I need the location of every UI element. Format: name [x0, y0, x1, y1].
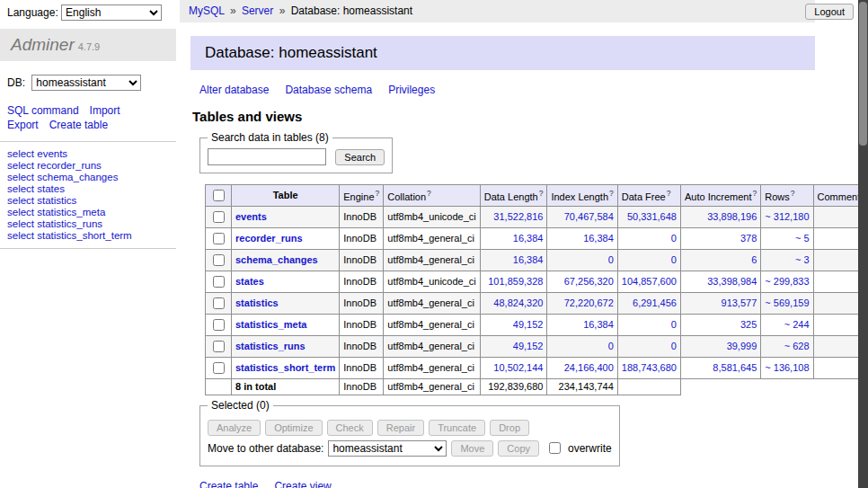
cell-auto_increment: 33,398,984: [680, 271, 760, 293]
help-icon[interactable]: ?: [791, 189, 795, 198]
help-icon[interactable]: ?: [427, 189, 431, 198]
help-icon[interactable]: ?: [539, 189, 544, 198]
cell-data_length: 49,152: [480, 315, 547, 336]
total-data_length: 192,839,680: [480, 379, 547, 395]
optimize-button[interactable]: Optimize: [265, 420, 322, 436]
link-create-table[interactable]: Create table: [199, 480, 258, 488]
tables-table: TableEngine?Collation?Data Length?Index …: [205, 184, 868, 395]
sidebar-table-link[interactable]: select statistics_short_term: [7, 230, 132, 241]
sidebar-link-export[interactable]: Export: [7, 119, 39, 131]
db-select[interactable]: homeassistant: [31, 75, 141, 91]
truncate-button[interactable]: Truncate: [429, 420, 485, 436]
search-input[interactable]: [208, 148, 326, 165]
cell-table: statistics_short_term: [232, 358, 340, 379]
cell-table: states: [232, 271, 340, 293]
create-links: Create tableCreate view: [199, 480, 815, 488]
total-table: 8 in total: [232, 379, 340, 395]
row-check-cell: [206, 315, 232, 336]
select-all-cell: [206, 185, 232, 207]
selected-legend: Selected (0): [208, 399, 273, 412]
table-name-link[interactable]: states: [235, 276, 264, 287]
move-row: Move to other database: homeassistant Mo…: [208, 439, 612, 457]
language-select[interactable]: English: [61, 4, 162, 21]
sidebar-links: SQL commandImportExportCreate table: [7, 103, 169, 132]
breadcrumb: MySQL » Server » Database: homeassistant: [180, 0, 815, 22]
logout-button[interactable]: Logout: [805, 4, 854, 20]
table-name-link[interactable]: recorder_runs: [235, 233, 303, 244]
copy-button[interactable]: Copy: [498, 440, 539, 457]
help-icon[interactable]: ?: [667, 189, 671, 198]
column-label: Auto Increment: [685, 191, 752, 202]
sidebar: Adminer4.7.9 DB: homeassistant SQL comma…: [0, 29, 176, 249]
row-checkbox[interactable]: [213, 276, 225, 288]
cell-table: statistics: [232, 293, 340, 315]
cell-auto_increment: 913,577: [680, 293, 760, 315]
sidebar-link-sql-command[interactable]: SQL command: [7, 104, 79, 117]
table-name-link[interactable]: statistics_short_term: [235, 362, 335, 373]
row-checkbox[interactable]: [213, 233, 225, 244]
breadcrumb-separator: »: [279, 4, 286, 17]
cell-engine: InnoDB: [340, 358, 384, 379]
link-create-view[interactable]: Create view: [274, 480, 331, 488]
overwrite-checkbox[interactable]: [549, 442, 561, 454]
move-db-select[interactable]: homeassistant: [328, 440, 447, 457]
table-name-link[interactable]: events: [235, 211, 267, 222]
sidebar-table-link[interactable]: select statistics_meta: [7, 207, 105, 217]
sidebar-table-link[interactable]: select schema_changes: [7, 172, 118, 182]
column-header-rows: Rows?: [761, 185, 813, 207]
scrollbar-thumb[interactable]: [859, 2, 867, 146]
help-icon[interactable]: ?: [753, 189, 757, 198]
row-checkbox[interactable]: [213, 319, 225, 331]
row-checkbox[interactable]: [213, 362, 225, 374]
cell-data_length: 48,824,320: [480, 293, 547, 315]
move-button[interactable]: Move: [451, 440, 493, 457]
total-blank-cell: [761, 379, 813, 395]
sidebar-link-import[interactable]: Import: [90, 104, 120, 117]
help-icon[interactable]: ?: [609, 189, 614, 198]
sidebar-table-link[interactable]: select recorder_runs: [7, 160, 102, 171]
help-icon[interactable]: ?: [376, 189, 380, 198]
column-label: Rows: [765, 191, 790, 202]
search-legend: Search data in tables (8): [208, 131, 332, 144]
action-link-alter-database[interactable]: Alter database: [199, 84, 269, 96]
table-name-link[interactable]: statistics: [235, 297, 279, 308]
search-button[interactable]: Search: [335, 149, 385, 165]
table-name-link[interactable]: statistics_meta: [235, 319, 307, 330]
column-label: Index Length: [551, 191, 608, 202]
sidebar-table-item: select events: [7, 148, 169, 160]
table-name-link[interactable]: schema_changes: [235, 254, 318, 265]
breadcrumb-server-link[interactable]: Server: [242, 4, 273, 17]
drop-button[interactable]: Drop: [490, 420, 529, 436]
repair-button[interactable]: Repair: [377, 420, 424, 436]
sidebar-table-link[interactable]: select states: [7, 183, 65, 194]
breadcrumb-mysql-link[interactable]: MySQL: [189, 4, 225, 17]
row-checkbox[interactable]: [213, 254, 225, 266]
cell-data_free: 0: [617, 250, 680, 271]
scrollbar-track[interactable]: [858, 0, 868, 488]
sidebar-table-link[interactable]: select events: [7, 148, 67, 159]
main-content: Database: homeassistant Alter databaseDa…: [190, 31, 815, 488]
db-action-links: Alter databaseDatabase schemaPrivileges: [199, 84, 815, 96]
row-checkbox[interactable]: [213, 211, 225, 223]
sidebar-link-create-table[interactable]: Create table: [49, 119, 108, 131]
action-link-privileges[interactable]: Privileges: [388, 84, 435, 96]
sidebar-table-link[interactable]: select statistics: [7, 195, 76, 206]
sidebar-table-link[interactable]: select statistics_runs: [7, 218, 102, 229]
row-checkbox[interactable]: [213, 341, 225, 352]
app-logo: Adminer4.7.9: [0, 29, 176, 61]
row-check-cell: [206, 358, 232, 379]
search-fieldset: Search data in tables (8) Search: [199, 131, 393, 173]
action-link-database-schema[interactable]: Database schema: [285, 84, 372, 96]
sidebar-table-item: select statistics: [7, 195, 169, 207]
total-blank-cell: [680, 379, 760, 395]
check-button[interactable]: Check: [327, 420, 373, 436]
row-checkbox[interactable]: [213, 297, 225, 309]
cell-collation: utf8mb4_general_ci: [384, 315, 480, 336]
select-all-checkbox[interactable]: [213, 190, 225, 201]
cell-engine: InnoDB: [340, 207, 384, 228]
column-header-index-length: Index Length?: [547, 185, 617, 207]
cell-rows: ~ 569,159: [761, 293, 813, 315]
cell-data_length: 16,384: [480, 228, 547, 250]
analyze-button[interactable]: Analyze: [208, 420, 261, 436]
table-name-link[interactable]: statistics_runs: [235, 341, 306, 351]
